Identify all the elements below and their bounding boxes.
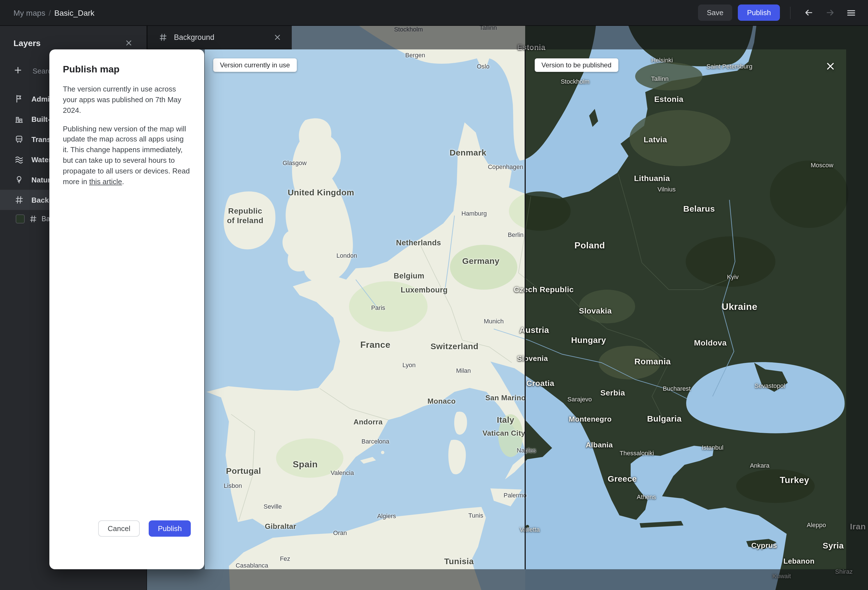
layers-panel-title: Layers [13,38,41,47]
compare-divider-handle[interactable] [525,49,526,569]
dialog-publish-button[interactable]: Publish [149,521,191,537]
dialog-paragraph-2-text: Publishing new version of the map will u… [63,124,190,186]
breadcrumb-separator: / [49,8,51,17]
layers-close-icon[interactable] [122,36,135,49]
dialog-paragraph-2-period: . [122,177,124,186]
this-article-link[interactable]: this article [89,177,122,186]
dialog-actions: Cancel Publish [98,521,191,537]
publish-button[interactable]: Publish [738,4,780,21]
app-window: StockholmTallinnBergenOsloGlasgowDenmark… [0,0,868,590]
redo-forward-icon[interactable] [822,5,838,21]
publish-map-dialog: Publish map The version currently in use… [49,49,204,569]
grid-icon [29,215,37,223]
topbar: My maps / Basic_Dark Save Publish [0,0,868,26]
layer-icon [15,114,24,124]
breadcrumb: My maps / Basic_Dark [13,8,94,17]
save-button[interactable]: Save [698,4,732,21]
compare-close-icon[interactable] [825,61,836,72]
cancel-button[interactable]: Cancel [98,521,140,537]
map-compare-stage[interactable]: StockholmTallinnBergenOsloGlasgowDenmark… [147,26,868,590]
layer-icon [15,175,24,184]
layer-icon [15,94,24,103]
background-tab-panel[interactable]: Background [147,26,292,49]
undo-back-icon[interactable] [801,5,816,21]
map-half-new [525,26,868,590]
grid-icon [159,33,167,41]
layer-icon [15,195,24,204]
menu-hamburger-icon[interactable] [843,5,859,21]
topbar-actions: Save Publish [698,4,859,21]
breadcrumb-my-maps[interactable]: My maps [13,8,46,17]
background-tab-label: Background [174,33,214,41]
breadcrumb-map-name: Basic_Dark [54,8,94,17]
map-new-version [525,26,868,590]
background-tab-close-icon[interactable] [271,31,284,44]
layer-color-swatch[interactable] [16,214,25,223]
layer-icon [15,155,24,164]
topbar-divider [790,6,791,19]
dialog-paragraph-2: Publishing new version of the map will u… [63,124,191,187]
layer-icon [15,135,24,144]
version-current-badge: Version currently in use [213,58,297,72]
version-new-badge: Version to be published [535,58,618,72]
dialog-paragraph-1: The version currently in use across your… [63,84,191,116]
add-layer-button[interactable] [12,64,24,77]
dialog-title: Publish map [63,64,191,75]
